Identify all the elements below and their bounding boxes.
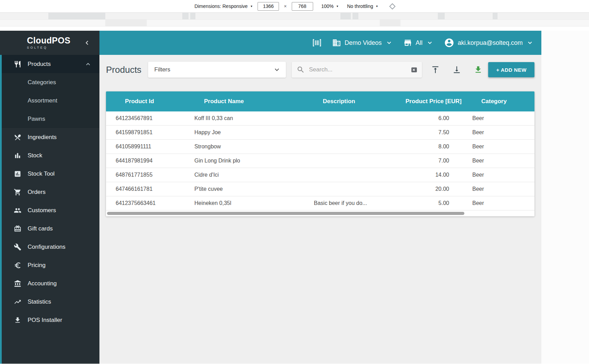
- cell-product-id: 6412375663461: [106, 200, 185, 206]
- user-menu[interactable]: aki.korpua@solteq.com: [444, 38, 534, 48]
- sidebar-item-categories[interactable]: Categories: [0, 73, 99, 91]
- store-selector[interactable]: All: [403, 38, 434, 47]
- cell-price: 20.00: [385, 186, 464, 192]
- sidebar: CloudPOS SOLTEQ Products Categories: [0, 31, 99, 364]
- sidebar-item-products[interactable]: Products: [0, 55, 99, 73]
- gift-card-icon: [14, 225, 21, 233]
- cell-product-id: 648761771855: [106, 172, 185, 178]
- chevron-up-icon: [84, 60, 92, 68]
- column-header-category[interactable]: Category: [464, 98, 534, 105]
- cell-price: 7.00: [385, 158, 464, 164]
- table-row[interactable]: 641234567891 Koff III 0,33 can 6.00 Beer: [106, 111, 534, 126]
- sidebar-item-accounting[interactable]: Accounting: [0, 274, 99, 293]
- sidebar-item-customers[interactable]: Customers: [0, 201, 99, 219]
- viewport-width-input[interactable]: [258, 2, 279, 11]
- table-row[interactable]: 648761771855 Cidre d'Ici 14.00 Beer: [106, 168, 534, 182]
- column-header-product-name[interactable]: Product Name: [185, 98, 297, 105]
- sidebar-item-label: Configurations: [28, 244, 66, 250]
- viewport-gap: [0, 27, 589, 31]
- download-button[interactable]: [449, 62, 465, 78]
- products-submenu: Categories Assortment Pawns: [0, 73, 99, 128]
- sidebar-item-stock-tool[interactable]: Stock Tool: [0, 165, 99, 183]
- viewport-height-input[interactable]: [292, 2, 313, 11]
- sidebar-item-statistics[interactable]: Statistics: [0, 293, 99, 311]
- cell-product-name: Strongbow: [185, 144, 297, 150]
- ruler-segment: [353, 13, 358, 19]
- sidebar-item-label: Ingredients: [28, 134, 57, 141]
- table-row[interactable]: 647466161781 P'tite cuvee 20.00 Beer: [106, 182, 534, 196]
- filters-dropdown[interactable]: Filters: [148, 62, 286, 78]
- table-row[interactable]: 6412375663461 Heineken 0,35l Basic beer …: [106, 196, 534, 210]
- ruler-segment: [182, 13, 189, 19]
- throttling-label: No throttling: [347, 3, 373, 9]
- cell-product-name: Gin Long Drink plo: [185, 158, 297, 164]
- chevron-down-icon: [273, 66, 281, 74]
- page-title: Products: [106, 65, 148, 75]
- filters-label: Filters: [154, 66, 170, 73]
- sidebar-item-pos-installer[interactable]: POS Installer: [0, 311, 99, 329]
- sidebar-item-pricing[interactable]: Pricing: [0, 256, 99, 274]
- sidebar-item-pawns[interactable]: Pawns: [0, 110, 99, 128]
- clear-search-icon[interactable]: [411, 66, 418, 73]
- dimensions-select[interactable]: Dimensions: Responsive ▼: [194, 3, 253, 9]
- sidebar-item-gift-cards[interactable]: Gift cards: [0, 219, 99, 238]
- sidebar-item-label: Gift cards: [28, 225, 53, 232]
- cell-product-id: 641598791851: [106, 129, 185, 136]
- sidebar-item-label: Customers: [28, 207, 56, 214]
- download-icon: [14, 316, 21, 324]
- devtools-toolbar: Dimensions: Responsive ▼ × 100% ▼ No thr…: [0, 0, 589, 13]
- sidebar-collapse-icon[interactable]: [83, 39, 91, 47]
- column-header-price[interactable]: Product Price [EUR]: [385, 98, 464, 105]
- ruler-segment: [340, 13, 351, 19]
- column-header-product-id[interactable]: Product Id: [106, 98, 185, 105]
- ruler-segment: [438, 13, 445, 19]
- euro-icon: [14, 262, 21, 269]
- table-row[interactable]: 641598791851 Happy Joe 7.50 Beer: [106, 126, 534, 140]
- horizontal-scrollbar[interactable]: [106, 210, 534, 216]
- upload-button[interactable]: [427, 62, 443, 78]
- barcode-scanner-icon[interactable]: [312, 38, 322, 48]
- column-header-description[interactable]: Description: [297, 98, 385, 105]
- page-header: Products Filters: [106, 62, 534, 78]
- bar-chart-icon: [14, 152, 21, 159]
- sidebar-item-stock[interactable]: Stock: [0, 146, 99, 165]
- chevron-down-icon: [385, 39, 393, 47]
- ruler-segment: [493, 13, 498, 19]
- rotate-viewport-icon[interactable]: [389, 3, 395, 9]
- sidebar-item-label: Pricing: [28, 262, 46, 269]
- table-row[interactable]: 641058991111 Strongbow 8.00 Beer: [106, 140, 534, 154]
- sidebar-item-label: Stock Tool: [28, 170, 55, 177]
- export-download-button[interactable]: [470, 62, 486, 78]
- cell-product-id: 641058991111: [106, 144, 185, 150]
- table-row[interactable]: 644187981994 Gin Long Drink plo 7.00 Bee…: [106, 154, 534, 168]
- cell-price: 6.00: [385, 115, 464, 121]
- company-selector[interactable]: Demo Videos: [332, 38, 393, 47]
- caret-down-icon: ▼: [376, 5, 378, 8]
- sidebar-item-assortment[interactable]: Assortment: [0, 91, 99, 110]
- sidebar-item-configurations[interactable]: Configurations: [0, 238, 99, 256]
- cell-product-name: Heineken 0,35l: [185, 200, 297, 206]
- sidebar-item-orders[interactable]: Orders: [0, 183, 99, 201]
- products-table: Product Id Product Name Description Prod…: [106, 91, 534, 216]
- building-icon: [332, 38, 341, 47]
- sidebar-item-ingredients[interactable]: Ingredients: [0, 128, 99, 146]
- sidebar-item-label: Pawns: [28, 116, 45, 122]
- throttling-select[interactable]: No throttling ▼: [347, 3, 378, 9]
- sidebar-item-label: Products: [28, 61, 51, 68]
- search-input[interactable]: [309, 66, 411, 73]
- media-query-bar: [0, 20, 589, 27]
- caret-down-icon: ▼: [250, 5, 253, 8]
- cell-category: Beer: [464, 115, 534, 121]
- scrollbar-thumb[interactable]: [107, 212, 464, 215]
- ruler-segment: [380, 20, 400, 26]
- cell-category: Beer: [464, 129, 534, 136]
- cell-product-name: Koff III 0,33 can: [185, 115, 297, 121]
- cell-category: Beer: [464, 200, 534, 206]
- sidebar-item-label: Orders: [28, 189, 46, 196]
- dimensions-label: Dimensions: Responsive: [194, 3, 248, 9]
- chevron-down-icon: [426, 39, 434, 47]
- add-new-button[interactable]: + ADD NEW: [488, 62, 534, 77]
- zoom-select[interactable]: 100% ▼: [321, 3, 339, 9]
- cell-category: Beer: [464, 172, 534, 178]
- cell-price: 8.00: [385, 144, 464, 150]
